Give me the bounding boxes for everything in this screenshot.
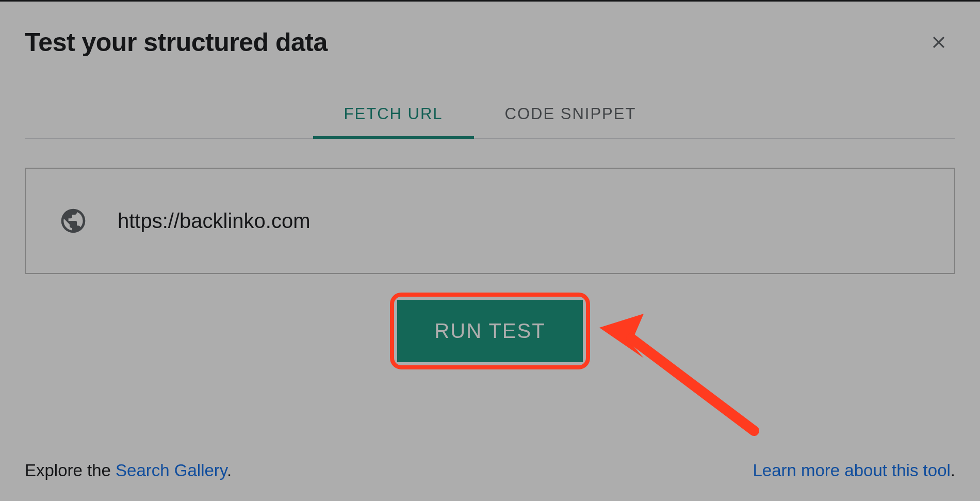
run-test-button[interactable]: RUN TEST (397, 300, 582, 362)
run-row: RUN TEST (0, 300, 980, 362)
tab-bar: FETCH URL CODE SNIPPET (25, 93, 955, 139)
learn-more-link[interactable]: Learn more about this tool (753, 461, 950, 480)
explore-suffix: . (227, 461, 232, 480)
learn-more-suffix: . (951, 461, 955, 480)
structured-data-dialog: Test your structured data FETCH URL CODE… (0, 0, 980, 501)
url-input[interactable] (117, 209, 921, 233)
explore-text: Explore the Search Gallery. (25, 461, 232, 480)
explore-prefix: Explore the (25, 461, 116, 480)
dialog-header: Test your structured data (0, 2, 980, 62)
search-gallery-link[interactable]: Search Gallery (116, 461, 227, 480)
learn-more-text: Learn more about this tool. (753, 461, 955, 480)
url-field-container[interactable] (25, 168, 955, 274)
dialog-footer: Explore the Search Gallery. Learn more a… (25, 461, 955, 480)
tab-code-snippet[interactable]: CODE SNIPPET (474, 93, 667, 138)
tab-fetch-url[interactable]: FETCH URL (313, 93, 474, 138)
globe-icon (59, 206, 88, 235)
close-icon (929, 33, 949, 52)
dialog-title: Test your structured data (25, 27, 328, 57)
close-button[interactable] (926, 30, 951, 55)
